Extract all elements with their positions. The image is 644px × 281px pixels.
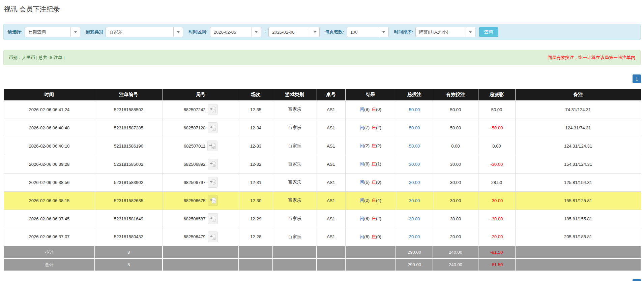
cell-note: 205.81/185.81 [515, 228, 641, 246]
video-icon [209, 179, 216, 186]
video-icon [209, 142, 216, 150]
cell-total-bet: 50.00 [396, 119, 433, 137]
cell-result: 闲(7)庄(2) [345, 119, 396, 137]
round-id-text: 682506892 [183, 162, 205, 167]
round-id-text: 682506797 [183, 180, 205, 185]
total-bet-link[interactable]: 30.00 [409, 216, 420, 221]
round-id-text: 682507011 [184, 144, 205, 149]
total-bet-link[interactable]: 30.00 [409, 180, 420, 185]
total-bet-link[interactable]: 50.00 [409, 125, 420, 130]
total-bet-link[interactable]: 20.00 [409, 234, 420, 239]
game-type-select[interactable]: 百家乐 [106, 27, 183, 37]
cell-payout: -50.00 [478, 119, 515, 137]
cell-bet-id: 523181580432 [95, 228, 163, 246]
bet-records-table: 时间 注单编号 局号 场次 游戏类别 桌号 结果 总投注 有效投注 总派彩 备注… [3, 89, 641, 271]
cell-game: 百家乐 [273, 137, 317, 155]
cell-bet-id: 523181585002 [95, 155, 163, 173]
page-size-label: 每页笔数: [325, 29, 344, 35]
cell-payout: 28.50 [478, 173, 515, 191]
cell-table: AS1 [317, 173, 345, 191]
cell-round-id: 682507128 [163, 119, 239, 137]
cell-table: AS1 [317, 228, 345, 246]
col-bet-id: 注单编号 [95, 89, 163, 100]
cell-bet-id: 523181586190 [95, 137, 163, 155]
footer-payout: -81.50 [478, 246, 515, 258]
video-icon [209, 233, 216, 241]
footer-empty [317, 246, 345, 258]
table-row: 2026-02-06 06:41:24 523181588502 6825072… [4, 100, 641, 119]
total-bet-link[interactable]: 30.00 [409, 162, 420, 167]
video-replay-button[interactable] [208, 159, 218, 169]
video-replay-button[interactable] [208, 177, 218, 188]
pagination-page-1[interactable]: 1 [633, 74, 641, 83]
cell-table: AS1 [317, 210, 345, 228]
cell-valid-bet: 0.00 [433, 137, 478, 155]
cell-time: 2026-02-06 06:39:28 [4, 155, 95, 173]
col-time: 时间 [4, 89, 95, 100]
col-total-bet: 总投注 [396, 89, 433, 100]
footer-empty [345, 258, 396, 271]
table-header-row: 时间 注单编号 局号 场次 游戏类别 桌号 结果 总投注 有效投注 总派彩 备注 [4, 89, 641, 100]
video-replay-button[interactable] [208, 122, 218, 133]
footer-total-bet: 290.00 [396, 258, 433, 271]
cell-result: 闲(8)庄(2) [345, 210, 396, 228]
round-id-text: 682507128 [183, 125, 205, 130]
col-valid-bet: 有效投注 [433, 89, 478, 100]
query-type-label: 请选择: [8, 29, 22, 35]
game-type-value: 百家乐 [106, 27, 173, 37]
cell-total-bet: 30.00 [396, 191, 433, 210]
page-size-select[interactable]: 100 [347, 27, 389, 37]
cell-time: 2026-02-06 06:38:15 [4, 191, 95, 210]
cell-total-bet: 50.00 [396, 137, 433, 155]
cell-result: 闲(6)庄(8) [345, 173, 396, 191]
col-game-type: 游戏类别 [273, 89, 317, 100]
cell-total-bet: 50.00 [396, 100, 433, 119]
col-payout: 总派彩 [478, 89, 515, 100]
cell-valid-bet: 30.00 [433, 210, 478, 228]
round-id-text: 682507242 [183, 107, 205, 112]
cell-session: 12-28 [239, 228, 273, 246]
query-type-select[interactable]: 日期查询 [25, 27, 80, 37]
footer-valid-bet: 240.00 [433, 246, 478, 258]
date-to-select[interactable]: 2026-02-06 [268, 27, 320, 37]
cell-bet-id: 523181583902 [95, 173, 163, 191]
video-replay-button[interactable] [208, 104, 218, 115]
table-row: 2026-02-06 06:40:48 523181587285 6825071… [4, 119, 641, 137]
video-replay-button[interactable] [208, 195, 218, 206]
cell-round-id: 682506479 [163, 228, 239, 246]
cell-note: 124.31/124.31 [515, 137, 641, 155]
cell-note: 125.81/154.31 [515, 173, 641, 191]
total-bet-link[interactable]: 50.00 [409, 144, 420, 149]
pagination-top: 1 [0, 74, 641, 83]
date-to-value: 2026-02-06 [269, 27, 310, 37]
cell-note: 124.31/74.31 [515, 119, 641, 137]
total-bet-link[interactable]: 30.00 [409, 198, 420, 203]
total-bet-link[interactable]: 50.00 [409, 107, 420, 112]
chevron-down-icon [310, 27, 319, 37]
footer-empty [273, 258, 317, 271]
time-sort-select[interactable]: 降冪(由大到小) [415, 27, 475, 37]
video-replay-button[interactable] [208, 213, 218, 224]
col-table: 桌号 [317, 89, 345, 100]
cell-table: AS1 [317, 119, 345, 137]
query-type-value: 日期查询 [25, 27, 70, 37]
date-from-select[interactable]: 2026-02-06 [210, 27, 261, 37]
video-replay-button[interactable] [208, 231, 218, 242]
video-icon [209, 160, 216, 168]
cell-session: 12-33 [239, 137, 273, 155]
time-sort-value: 降冪(由大到小) [416, 27, 466, 37]
page-title: 视讯 会员下注纪录 [4, 5, 640, 14]
currency-total-text: 币别：人民币 | 总共 :8 注单 | [9, 55, 65, 61]
cell-valid-bet: 30.00 [433, 173, 478, 191]
cell-game: 百家乐 [273, 228, 317, 246]
chevron-down-icon [70, 27, 80, 37]
cell-round-id: 682506797 [163, 173, 239, 191]
video-replay-button[interactable] [207, 140, 217, 151]
pagination-page-1-bottom[interactable]: 1 [633, 279, 641, 281]
footer-empty [163, 246, 239, 258]
col-session: 场次 [239, 89, 273, 100]
search-button[interactable]: 查询 [479, 27, 498, 37]
cell-valid-bet: 30.00 [433, 191, 478, 210]
cell-note: 74.31/124.31 [515, 100, 641, 119]
video-icon [209, 197, 216, 204]
